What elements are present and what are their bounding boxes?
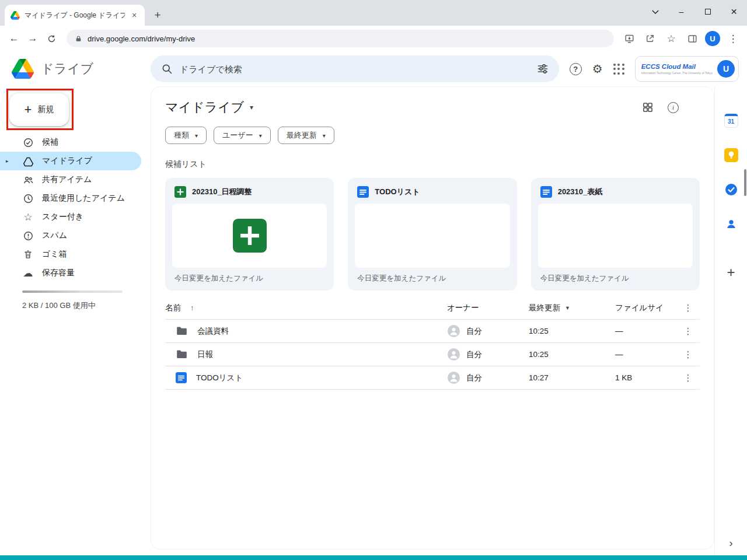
sidebar-item-shared[interactable]: 共有アイテム bbox=[0, 170, 141, 189]
file-name: TODOリスト bbox=[196, 373, 243, 383]
chevron-down-icon: ▾ bbox=[259, 132, 262, 139]
browser-menu-kebab-icon[interactable]: ⋮ bbox=[725, 30, 741, 47]
drive-favicon-icon bbox=[11, 11, 20, 20]
column-header-size[interactable]: ファイルサイ bbox=[615, 303, 676, 313]
document-icon bbox=[540, 186, 552, 198]
drive-logo-area[interactable]: ドライブ bbox=[0, 59, 151, 79]
sidebar-item-suggested[interactable]: 候補 bbox=[0, 133, 141, 152]
collapse-panel-chevron-icon[interactable]: › bbox=[729, 537, 733, 550]
suggestion-card[interactable]: TODOリスト 今日変更を加えたファイル bbox=[348, 178, 516, 290]
drive-search-input[interactable] bbox=[180, 64, 530, 74]
contacts-icon[interactable] bbox=[724, 216, 739, 232]
expand-caret-icon[interactable]: ▸ bbox=[6, 158, 9, 164]
sidebar-item-trash[interactable]: ゴミ箱 bbox=[0, 245, 141, 264]
maximize-button[interactable] bbox=[694, 0, 721, 23]
browser-profile-avatar[interactable]: U bbox=[705, 31, 720, 46]
forward-button[interactable]: → bbox=[25, 30, 41, 47]
filter-chip-type[interactable]: 種類 ▾ bbox=[165, 127, 207, 144]
search-icon bbox=[161, 63, 173, 75]
reload-button[interactable] bbox=[43, 30, 60, 47]
modified-time: 10:25 bbox=[529, 327, 615, 335]
file-name: 会議資料 bbox=[197, 326, 229, 337]
share-icon[interactable] bbox=[642, 30, 658, 47]
file-table-header: 名前 ↑ オーナー 最終更新 ▼ ファイルサイ ⋮ bbox=[165, 296, 700, 320]
column-header-modified[interactable]: 最終更新 bbox=[529, 303, 560, 313]
lock-icon bbox=[75, 35, 82, 43]
url-bar[interactable]: drive.google.com/drive/my-drive bbox=[67, 30, 614, 47]
chevron-down-icon: ▾ bbox=[195, 132, 198, 139]
add-panel-app-button[interactable]: + bbox=[724, 265, 739, 280]
bookmark-star-icon[interactable]: ☆ bbox=[663, 30, 679, 47]
column-header-owner[interactable]: オーナー bbox=[447, 303, 529, 313]
browser-tab[interactable]: マイドライブ - Google ドライブ ✕ bbox=[5, 5, 145, 26]
install-app-icon[interactable] bbox=[621, 30, 637, 47]
sidebar-nav: 候補 ▸ マイドライブ bbox=[0, 133, 151, 282]
suggestion-cards: 202310_日程調整 今日変更を加えたファイル TODOリスト bbox=[165, 178, 700, 290]
suggestion-card[interactable]: 202310_日程調整 今日変更を加えたファイル bbox=[165, 178, 334, 290]
file-row[interactable]: 会議資料 自分 10:25 — ⋮ bbox=[165, 320, 700, 343]
keep-icon[interactable] bbox=[724, 148, 739, 163]
sidebar-item-label: 候補 bbox=[42, 137, 58, 148]
card-preview bbox=[355, 204, 509, 268]
tab-search-chevron-icon[interactable] bbox=[642, 0, 668, 23]
spreadsheet-preview-icon bbox=[233, 219, 267, 253]
page-title[interactable]: マイドライブ ▾ bbox=[165, 99, 253, 116]
close-window-button[interactable]: ✕ bbox=[721, 0, 747, 23]
sidebar-item-storage[interactable]: ☁ 保存容量 bbox=[0, 264, 141, 282]
side-panel-icon[interactable] bbox=[684, 30, 700, 47]
spreadsheet-icon bbox=[174, 186, 186, 198]
chip-label: ユーザー bbox=[222, 130, 253, 141]
my-drive-icon bbox=[22, 156, 34, 167]
sidebar-item-label: マイドライブ bbox=[42, 156, 92, 166]
new-tab-button[interactable]: + bbox=[149, 6, 166, 24]
card-reason: 今日変更を加えたファイル bbox=[165, 268, 334, 290]
filter-chip-people[interactable]: ユーザー ▾ bbox=[214, 127, 271, 144]
settings-gear-icon[interactable]: ⚙ bbox=[592, 63, 603, 75]
grid-view-toggle-icon[interactable] bbox=[642, 102, 654, 113]
row-more-kebab-icon[interactable]: ⋮ bbox=[676, 349, 700, 360]
google-apps-grid-icon[interactable] bbox=[613, 64, 624, 75]
trash-icon bbox=[22, 249, 34, 260]
sidebar-item-starred[interactable]: ☆ スター付き bbox=[0, 208, 141, 226]
row-more-kebab-icon[interactable]: ⋮ bbox=[676, 373, 700, 383]
back-button[interactable]: ← bbox=[6, 30, 22, 47]
clock-icon bbox=[22, 193, 34, 204]
file-row[interactable]: 日報 自分 10:25 — ⋮ bbox=[165, 343, 700, 366]
new-button[interactable]: + 新規 bbox=[9, 93, 69, 126]
tasks-icon[interactable] bbox=[724, 182, 739, 197]
filter-chip-modified[interactable]: 最終更新 ▾ bbox=[278, 127, 334, 144]
card-file-name: 202310_表紙 bbox=[558, 187, 603, 197]
file-row[interactable]: TODOリスト 自分 10:27 1 KB ⋮ bbox=[165, 366, 700, 390]
storage-usage-text: 2 KB / 100 GB 使用中 bbox=[22, 300, 151, 311]
minimize-button[interactable]: – bbox=[668, 0, 694, 23]
drive-header: ドライブ ? ⚙ ECCS Cloud Mail bbox=[0, 51, 747, 86]
sidebar-item-label: 最近使用したアイテム bbox=[42, 193, 125, 204]
modified-time: 10:27 bbox=[529, 373, 615, 382]
page-title-text: マイドライブ bbox=[165, 99, 244, 116]
card-file-name: 202310_日程調整 bbox=[192, 187, 252, 197]
info-icon[interactable]: i bbox=[668, 102, 679, 113]
eccs-account-badge[interactable]: ECCS Cloud Mail Information Technology C… bbox=[635, 56, 739, 82]
suggestions-heading: 候補リスト bbox=[165, 159, 700, 170]
sidebar-item-recent[interactable]: 最近使用したアイテム bbox=[0, 189, 141, 208]
drive-search-bar[interactable] bbox=[151, 55, 559, 82]
people-icon bbox=[22, 174, 34, 186]
header-more-kebab-icon[interactable]: ⋮ bbox=[676, 303, 700, 313]
scrollbar-thumb[interactable] bbox=[744, 169, 746, 196]
search-options-tune-icon[interactable] bbox=[537, 63, 549, 75]
owner-avatar-icon bbox=[447, 324, 460, 338]
sidebar-item-spam[interactable]: スパム bbox=[0, 226, 141, 245]
file-size: 1 KB bbox=[615, 373, 676, 382]
url-text: drive.google.com/drive/my-drive bbox=[88, 34, 195, 43]
help-icon[interactable]: ? bbox=[570, 63, 582, 75]
suggestion-card[interactable]: 202310_表紙 今日変更を加えたファイル bbox=[531, 178, 700, 290]
calendar-icon[interactable]: 31 bbox=[724, 113, 739, 128]
tab-close-icon[interactable]: ✕ bbox=[130, 10, 139, 20]
sidebar-item-my-drive[interactable]: ▸ マイドライブ bbox=[0, 152, 141, 170]
sort-ascending-icon[interactable]: ↑ bbox=[190, 303, 194, 312]
new-button-label: 新規 bbox=[37, 104, 54, 115]
account-avatar[interactable]: U bbox=[717, 60, 735, 78]
column-header-name[interactable]: 名前 bbox=[165, 303, 181, 313]
sort-descending-icon[interactable]: ▼ bbox=[565, 305, 570, 311]
row-more-kebab-icon[interactable]: ⋮ bbox=[676, 326, 700, 337]
